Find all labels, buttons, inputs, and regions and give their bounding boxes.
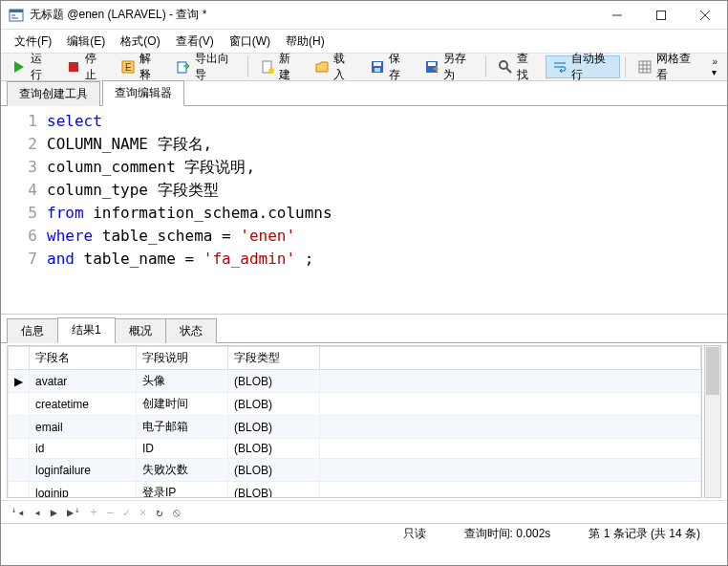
maximize-button[interactable]: [639, 1, 683, 29]
nav-stop[interactable]: ⦸: [173, 506, 181, 519]
find-button[interactable]: 查找: [491, 55, 544, 78]
window-title: 无标题 @enen (LARAVEL) - 查询 *: [30, 7, 595, 23]
separator: [247, 56, 248, 77]
nav-first[interactable]: ꜜ◂: [11, 506, 24, 519]
nav-delete[interactable]: −: [107, 506, 114, 519]
toolbar: 运行 停止 E解释 导出向导 新建 载入 保存 另存为 查找 自动换行 网格查看…: [1, 53, 727, 81]
stop-icon: [66, 59, 81, 75]
table-row[interactable]: email电子邮箱(BLOB): [9, 416, 701, 439]
svg-point-14: [268, 68, 274, 74]
svg-rect-16: [374, 62, 381, 66]
separator: [625, 56, 626, 77]
result-tabs: 信息 结果1 概况 状态: [1, 318, 727, 343]
sql-editor[interactable]: 1234567 selectCOLUMN_NAME 字段名,column_com…: [1, 106, 727, 315]
save-icon: [370, 59, 385, 75]
svg-rect-5: [657, 11, 666, 19]
export-wizard-button[interactable]: 导出向导: [169, 55, 244, 78]
tab-profile[interactable]: 概况: [115, 318, 166, 343]
tab-result1[interactable]: 结果1: [57, 317, 116, 343]
col-header[interactable]: 字段说明: [136, 347, 227, 370]
menu-edit[interactable]: 编辑(E): [59, 32, 113, 52]
table-row[interactable]: loginip登录IP(BLOB): [9, 482, 701, 499]
load-button[interactable]: 载入: [308, 55, 360, 78]
close-button[interactable]: [683, 1, 727, 29]
menu-view[interactable]: 查看(V): [168, 32, 222, 52]
run-button[interactable]: 运行: [5, 55, 57, 78]
play-icon: [11, 59, 27, 75]
tab-status[interactable]: 状态: [165, 318, 217, 343]
title-bar: 无标题 @enen (LARAVEL) - 查询 *: [1, 1, 727, 30]
svg-rect-3: [11, 17, 18, 19]
col-header[interactable]: 字段类型: [228, 347, 320, 370]
menu-bar: 文件(F) 编辑(E) 格式(O) 查看(V) 窗口(W) 帮助(H): [1, 30, 727, 53]
nav-refresh[interactable]: ↻: [156, 506, 162, 519]
vertical-scrollbar[interactable]: [704, 345, 721, 498]
minimize-button[interactable]: [595, 1, 639, 29]
svg-text:E: E: [125, 62, 132, 73]
saveas-icon: [424, 59, 439, 75]
status-querytime: 查询时间: 0.002s: [445, 526, 570, 542]
record-navigator: ꜜ◂ ◂ ▶ ▶ꜜ + − ✓ × ↻ ⦸: [1, 500, 727, 523]
app-icon: [9, 8, 24, 23]
search-icon: [498, 59, 513, 75]
export-icon: [176, 59, 191, 75]
col-header[interactable]: 字段名: [30, 347, 137, 370]
svg-point-20: [500, 61, 507, 69]
saveas-button[interactable]: 另存为: [418, 55, 481, 78]
stop-button[interactable]: 停止: [59, 55, 112, 78]
line-gutter: 1234567: [1, 106, 47, 314]
menu-format[interactable]: 格式(O): [113, 32, 167, 52]
svg-rect-19: [428, 62, 436, 66]
nav-cancel[interactable]: ×: [139, 506, 146, 519]
gridview-button[interactable]: 网格查看: [631, 55, 705, 78]
svg-rect-9: [69, 62, 78, 72]
row-indicator-header: [9, 347, 30, 370]
result-grid[interactable]: 字段名 字段说明 字段类型 ▶avatar头像(BLOB)createtime创…: [7, 345, 702, 498]
svg-rect-17: [375, 68, 380, 72]
grid-icon: [637, 59, 653, 75]
table-row[interactable]: loginfailure失败次数(BLOB): [9, 459, 701, 482]
wrap-button[interactable]: 自动换行: [546, 55, 620, 78]
svg-rect-22: [639, 61, 651, 73]
table-row[interactable]: createtime创建时间(BLOB): [9, 393, 701, 416]
load-icon: [314, 59, 330, 75]
svg-line-21: [506, 68, 511, 73]
menu-file[interactable]: 文件(F): [7, 32, 59, 52]
nav-add[interactable]: +: [90, 506, 96, 519]
code-area[interactable]: selectCOLUMN_NAME 字段名,column_comment 字段说…: [47, 106, 727, 314]
tab-query-builder[interactable]: 查询创建工具: [7, 81, 100, 106]
status-records: 第 1 条记录 (共 14 条): [569, 526, 719, 542]
tab-info[interactable]: 信息: [7, 318, 58, 343]
svg-rect-12: [178, 62, 186, 73]
menu-help[interactable]: 帮助(H): [278, 32, 332, 52]
svg-rect-2: [11, 14, 15, 16]
toolbar-overflow[interactable]: »▾: [706, 56, 723, 77]
nav-apply[interactable]: ✓: [123, 506, 130, 519]
status-readonly: 只读: [384, 526, 445, 542]
nav-last[interactable]: ▶ꜜ: [67, 506, 80, 519]
menu-window[interactable]: 窗口(W): [222, 32, 278, 52]
new-icon: [260, 59, 275, 75]
explain-button[interactable]: E解释: [114, 55, 166, 78]
table-row[interactable]: ▶avatar头像(BLOB): [9, 370, 701, 393]
wrap-icon: [552, 59, 567, 75]
editor-tabs: 查询创建工具 查询编辑器: [1, 81, 727, 106]
status-bar: 只读 查询时间: 0.002s 第 1 条记录 (共 14 条): [1, 523, 727, 544]
save-button[interactable]: 保存: [363, 55, 416, 78]
new-button[interactable]: 新建: [253, 55, 306, 78]
separator: [485, 56, 486, 77]
nav-prev[interactable]: ◂: [33, 506, 40, 519]
svg-marker-8: [14, 61, 24, 73]
tab-query-editor[interactable]: 查询编辑器: [102, 80, 184, 106]
nav-next[interactable]: ▶: [51, 506, 57, 519]
table-row[interactable]: idID(BLOB): [9, 439, 701, 459]
explain-icon: E: [120, 59, 136, 75]
svg-rect-1: [10, 10, 23, 12]
